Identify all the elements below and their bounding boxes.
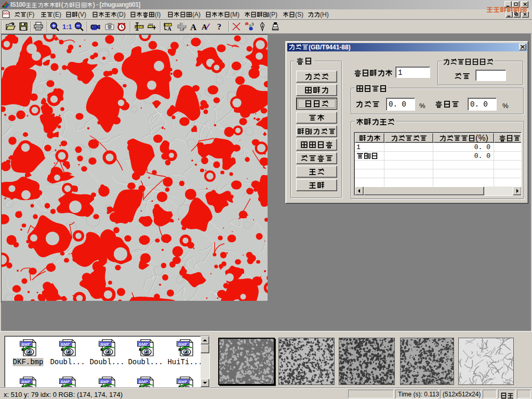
svg-text:3: 3 bbox=[251, 22, 254, 26]
svg-text:1:1: 1:1 bbox=[62, 23, 72, 31]
svg-text:BMP: BMP bbox=[61, 379, 70, 384]
svg-text:BMP: BMP bbox=[100, 342, 110, 347]
svg-text:BMP: BMP bbox=[100, 379, 110, 384]
svg-text:BMP: BMP bbox=[61, 342, 70, 347]
svg-text:A: A bbox=[202, 23, 207, 31]
svg-text:A: A bbox=[190, 22, 197, 32]
svg-text:BMP: BMP bbox=[21, 342, 31, 347]
svg-text:DOC: DOC bbox=[3, 12, 10, 15]
svg-text:BMP: BMP bbox=[21, 379, 31, 384]
svg-text:BMP: BMP bbox=[139, 379, 148, 384]
svg-text:BMP: BMP bbox=[178, 342, 188, 347]
svg-text:BMP: BMP bbox=[178, 379, 188, 384]
svg-text:BMP: BMP bbox=[139, 342, 148, 347]
svg-text:?: ? bbox=[217, 22, 221, 31]
svg-text:A: A bbox=[167, 25, 171, 32]
